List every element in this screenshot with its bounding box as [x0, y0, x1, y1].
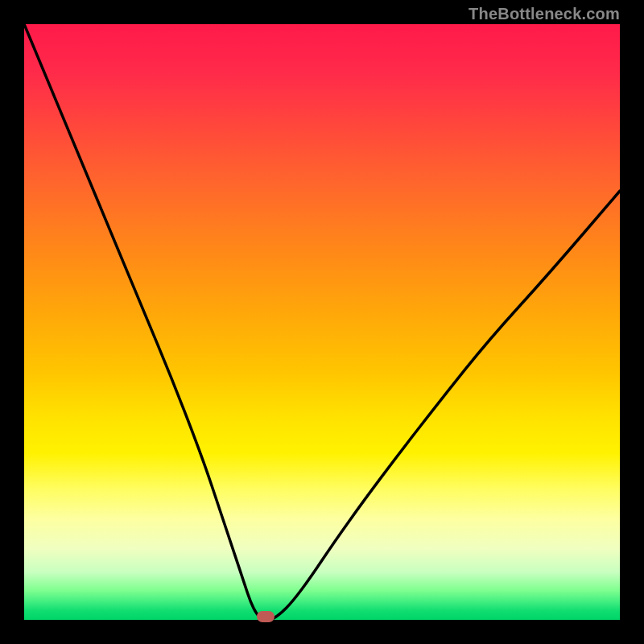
minimum-marker — [257, 611, 275, 622]
curve-svg — [24, 24, 620, 620]
bottleneck-curve-path — [24, 24, 620, 620]
watermark-text: TheBottleneck.com — [469, 5, 620, 23]
chart-container: TheBottleneck.com — [0, 0, 644, 644]
plot-area — [24, 24, 620, 620]
